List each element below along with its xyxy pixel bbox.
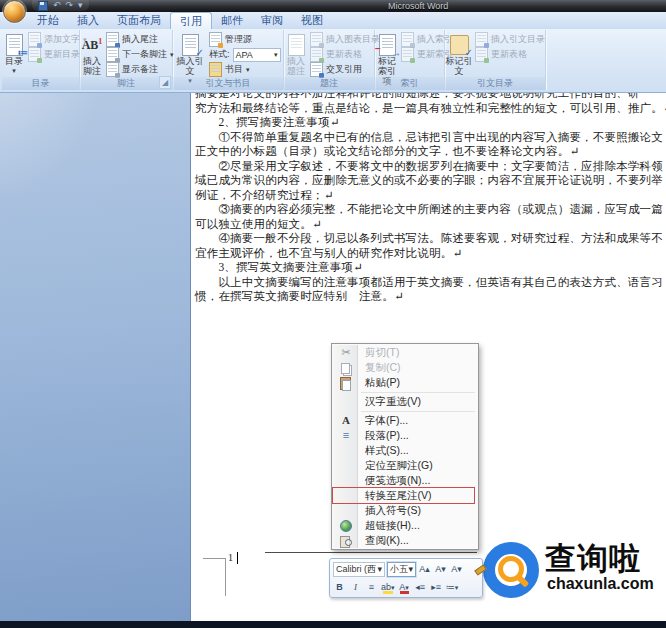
show-notes-icon [106,62,119,77]
insert-table-of-authorities-button[interactable]: 插入引文目录 [473,32,545,47]
update-toc-button[interactable]: 更新目录 [26,47,87,62]
tab-2[interactable]: 页面布局 [108,12,170,29]
bold-button[interactable]: B [333,580,346,595]
add-text-button[interactable]: 添加文字▾ [26,32,87,47]
context-menu: ✂剪切(T)复制(C)粘贴(P)汉字重选(V)A字体(F)...≡段落(P)..… [331,343,479,550]
ribbon-group-label: 索引 [375,77,444,90]
chaxunla-watermark: 查询啦 chaxunla.com [483,542,663,604]
tab-6[interactable]: 视图 [292,12,332,29]
qat-more-icon[interactable]: ▾ [78,1,83,10]
show-notes-button[interactable]: 显示备注 [104,62,174,77]
bold-button-glyph: B [336,582,343,592]
menu-item-12[interactable]: 插入符号(S) [333,503,477,518]
insert-endnote-button[interactable]: 插入尾注 [104,32,174,47]
increase-indent-button[interactable]: ▸≡ [430,580,443,595]
menu-item-label: 复制(C) [365,361,401,373]
bibliography-label: 书目 [225,63,243,76]
window-title: Microsoft Word [388,1,448,11]
menu-item-7[interactable]: ≡段落(P)... [333,428,477,443]
redo-icon[interactable]: ↷ [66,1,74,10]
menu-item-10[interactable]: 便笺选项(N)... [333,473,477,488]
margin-corner-mark [225,558,226,596]
ribbon: ≔目录▾添加文字▾更新目录目录AB1插入脚注插入尾注下一条脚注▾显示备注脚注◢✓… [0,29,666,93]
next-footnote-button[interactable]: 下一条脚注▾ [104,47,174,62]
menu-item-6[interactable]: A字体(F)... [333,413,477,428]
tab-1[interactable]: 插入 [68,12,108,29]
highlight-color-button[interactable]: ab▾ [381,580,395,595]
ribbon-group-label: 引文与书目 [173,77,283,90]
table-of-contents-button[interactable]: ≔目录▾ [2,30,26,76]
update-toc-label: 更新目录 [44,48,80,61]
menu-item-8[interactable]: 样式(S)... [333,443,477,458]
citation-style-select[interactable]: APA▾ [233,48,281,62]
lookup-icon [338,534,354,547]
document-line: 以上中文摘要编写的注意事项都适用于英文摘要，但英语有其自己的表达方式、语言习 [195,275,663,290]
tab-4[interactable]: 邮件 [212,12,252,29]
ribbon-group-0: ≔目录▾添加文字▾更新目录目录 [2,30,80,90]
font-color-button[interactable]: A▾ [398,580,411,595]
center-button[interactable]: ≡ [365,580,378,595]
update-toa-button[interactable]: 更新表格 [473,47,545,62]
word-window: ↶ ↷ ▾ Microsoft Word 开始插入页面布局引用邮件审阅视图 ≔目… [0,0,666,628]
italic-button[interactable]: I [349,580,362,595]
office-button-icon[interactable] [3,0,26,23]
dialog-launcher-icon[interactable]: ◢ [159,76,171,89]
footnote-reference-mark: 1 [228,552,233,563]
mark-citation-button[interactable]: ✓标记引文 [445,30,473,76]
insert-table-of-figures-button[interactable]: 插入图表目录 [308,32,380,47]
insert-caption-label: 插入题注 [284,56,308,76]
menu-item-1[interactable]: 复制(C) [333,360,477,375]
format-painter-button[interactable] [466,562,479,577]
undo-icon[interactable]: ↶ [53,1,61,10]
menu-item-label: 字体(F)... [365,414,408,426]
cross-reference-button[interactable]: 交叉引用 [308,62,380,77]
citation-style-button[interactable]: 样式:APA▾ [207,47,283,62]
tab-active-3[interactable]: 引用 [170,12,212,29]
quick-styles-button[interactable]: A▾ [450,562,463,577]
citation-style-label: 样式: [209,48,230,61]
manage-sources-icon [209,32,222,47]
font-name-value: Calibri (西 [336,563,376,576]
font-name-select[interactable]: Calibri (西 ▾ [333,562,385,577]
paste-icon [338,376,354,389]
watermark-brand: 查询啦 [545,538,641,580]
next-footnote-icon [106,47,119,62]
manage-sources-label: 管理源 [225,33,252,46]
decrease-indent-button[interactable]: ◂≡ [414,580,427,595]
menu-item-4[interactable]: 汉字重选(V) [333,394,477,409]
save-icon[interactable] [38,1,48,11]
insert-caption-button[interactable]: 插入题注 [284,30,308,76]
menu-item-14[interactable]: 查阅(K)... [333,533,477,548]
menu-item-13[interactable]: 超链接(H)... [333,518,477,533]
update-table-button[interactable]: 更新表格 [308,47,380,62]
shrink-font-button-glyph: A▾ [435,564,446,574]
document-line: 摘要是对论文的内容不加注释和评论的简短陈述，要求扼要地说明研究工作的目的、研 [195,93,663,101]
ribbon-group-1: AB1插入脚注插入尾注下一条脚注▾显示备注脚注◢ [80,30,173,90]
font-icon: A [338,414,354,427]
update-table-icon [310,47,323,62]
menu-item-0[interactable]: ✂剪切(T) [333,345,477,360]
text-caret [237,552,238,564]
document-line: 域已成为常识的内容，应删除无意义的或不必要的字眼；内容不宜展开论证说明，不要列举 [195,173,663,188]
tab-0[interactable]: 开始 [28,12,68,29]
font-size-select[interactable]: 小五 ▾ [387,562,416,577]
insert-footnote-button[interactable]: AB1插入脚注 [80,30,104,76]
ribbon-tab-row: 开始插入页面布局引用邮件审阅视图 [0,12,666,30]
bibliography-button[interactable]: 书目▾ [207,62,283,77]
grow-font-button[interactable]: A▴ [418,562,431,577]
document-line: 可以独立使用的短文。↵ [195,217,663,232]
tab-5[interactable]: 审阅 [252,12,292,29]
chevron-down-icon: ▾ [405,584,409,591]
mini-toolbar: Calibri (西 ▾ 小五 ▾ A▴A▾A▾ BI≡ab▾A▾◂≡▸≡≔▾ [329,558,483,598]
menu-item-2[interactable]: 粘贴(P) [333,375,477,390]
bullets-button[interactable]: ≔▾ [446,580,459,595]
menu-item-9[interactable]: 定位至脚注(G) [333,458,477,473]
insert-footnote-icon: AB1 [80,33,104,56]
document-line: 2、撰写摘要注意事项↵ [195,115,663,130]
ribbon-group-4: →−标记索引项插入索引更新索引索引 [375,30,445,90]
cross-reference-label: 交叉引用 [326,63,362,76]
insert-citation-label: 插入引文 [173,56,207,76]
table-of-contents-icon: ≔ [2,33,26,56]
shrink-font-button[interactable]: A▾ [434,562,447,577]
manage-sources-button[interactable]: 管理源 [207,32,283,47]
